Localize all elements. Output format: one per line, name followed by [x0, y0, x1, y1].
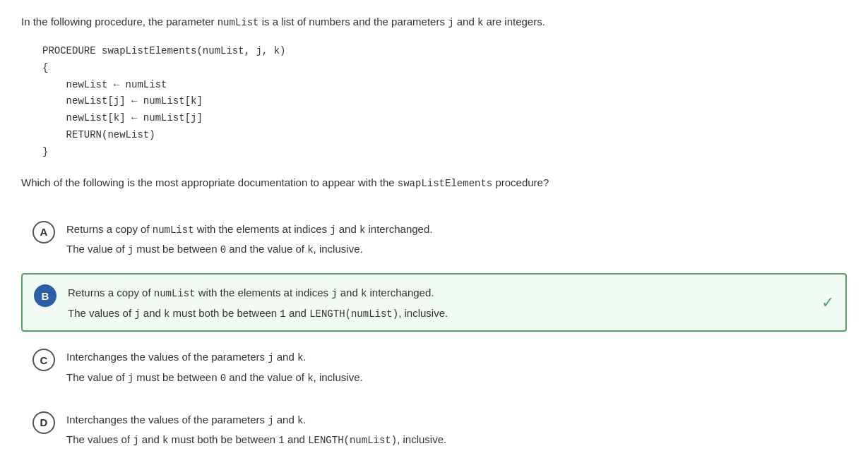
answer-a-line1: Returns a copy of numList with the eleme…	[66, 221, 836, 238]
answer-option-c[interactable]: C Interchanges the values of the paramet…	[21, 339, 847, 394]
correct-checkmark: ✓	[821, 294, 834, 312]
code-line-1: PROCEDURE swapListElements(numList, j, k…	[42, 43, 847, 60]
b-k2: k	[164, 308, 170, 320]
question-procedure-name: swapListElements	[398, 178, 492, 189]
answer-label-b: B	[34, 284, 57, 307]
code-line-6: RETURN(newList)	[42, 127, 847, 144]
answer-c-line2: The value of j must be between 0 and the…	[66, 369, 836, 386]
answer-d-line1: Interchanges the values of the parameter…	[66, 411, 836, 428]
b-length: LENGTH(numList)	[309, 308, 398, 320]
b-one: 1	[280, 308, 285, 320]
answer-d-lines: Interchanges the values of the parameter…	[66, 410, 836, 449]
code-line-7: }	[42, 144, 847, 161]
answer-a-line2: The value of j must be between 0 and the…	[66, 241, 836, 258]
a-k1: k	[359, 224, 365, 236]
a-zero: 0	[220, 244, 226, 255]
answer-b-line2: The values of j and k must both be betwe…	[68, 305, 834, 322]
a-j2: j	[128, 244, 133, 255]
a-j1: j	[330, 224, 335, 236]
code-line-3: newList ← numList	[42, 77, 847, 94]
d-k1: k	[297, 415, 303, 426]
k-code-intro: k	[477, 17, 483, 28]
answer-option-d[interactable]: D Interchanges the values of the paramet…	[21, 402, 847, 457]
b-numlist: numList	[154, 288, 196, 299]
a-k2: k	[307, 244, 313, 255]
answer-label-c: C	[32, 349, 55, 371]
question-paragraph: Which of the following is the most appro…	[21, 175, 847, 191]
a-numlist: numList	[153, 224, 194, 236]
answer-option-a[interactable]: A Returns a copy of numList with the ele…	[21, 211, 847, 267]
code-line-4: newList[j] ← numList[k]	[42, 93, 847, 110]
d-j2: j	[133, 435, 138, 446]
answer-option-b[interactable]: B Returns a copy of numList with the ele…	[21, 273, 847, 332]
d-length: LENGTH(numList)	[308, 435, 397, 446]
answer-label-a: A	[32, 221, 55, 243]
code-line-5: newList[k] ← numList[j]	[42, 110, 847, 127]
d-k2: k	[162, 435, 168, 446]
d-j1: j	[268, 415, 273, 426]
answer-b-line1: Returns a copy of numList with the eleme…	[68, 284, 834, 301]
answer-c-lines: Interchanges the values of the parameter…	[66, 347, 836, 386]
answer-d-line2: The values of j and k must both be betwe…	[66, 431, 836, 448]
intro-paragraph: In the following procedure, the paramete…	[21, 14, 847, 30]
answer-c-line1: Interchanges the values of the parameter…	[66, 349, 836, 366]
d-one: 1	[278, 435, 284, 446]
answer-b-lines: Returns a copy of numList with the eleme…	[68, 283, 834, 322]
numlist-code-intro: numList	[218, 17, 259, 28]
code-block: PROCEDURE swapListElements(numList, j, k…	[42, 43, 847, 161]
j-code-intro: j	[448, 17, 453, 28]
answer-container: A Returns a copy of numList with the ele…	[21, 211, 847, 457]
answer-a-lines: Returns a copy of numList with the eleme…	[66, 219, 836, 258]
code-line-2: {	[42, 60, 847, 77]
c-j2: j	[128, 373, 133, 384]
b-j2: j	[134, 308, 140, 320]
c-j1: j	[268, 352, 273, 363]
answer-label-d: D	[32, 411, 55, 434]
c-k2: k	[307, 373, 313, 384]
c-zero: 0	[220, 373, 226, 384]
b-j1: j	[331, 288, 337, 299]
b-k1: k	[361, 288, 367, 299]
c-k1: k	[297, 352, 303, 363]
